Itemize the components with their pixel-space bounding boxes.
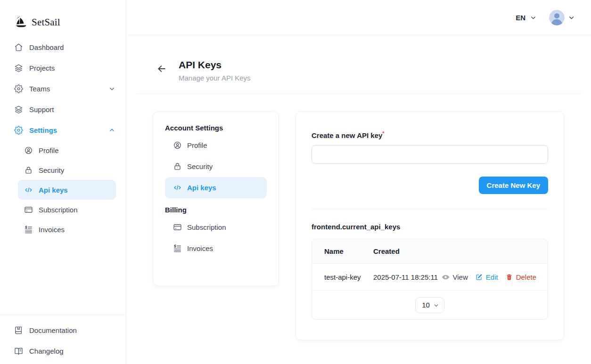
chevron-down-icon — [568, 14, 575, 21]
avatar — [549, 10, 565, 25]
code-icon — [173, 183, 182, 192]
api-key-name-input[interactable] — [312, 145, 548, 164]
panel-item-label: Profile — [187, 141, 207, 149]
view-action[interactable]: View — [442, 273, 468, 281]
sidebar-item-label: Teams — [29, 85, 50, 93]
sidebar-item-label: Changelog — [29, 347, 64, 355]
table-row: test-api-key 2025-07-11 18:25:11 View — [312, 264, 548, 291]
book-open-icon — [14, 347, 23, 356]
panel-item-label: Api keys — [187, 184, 216, 192]
sidebar-item-label: Settings — [29, 126, 57, 134]
form-divider — [312, 209, 548, 209]
sidebar-item-label: Documentation — [29, 326, 77, 334]
user-menu[interactable] — [549, 10, 575, 25]
sidebar-item-label: Subscription — [39, 206, 78, 214]
cell-key-created: 2025-07-11 18:25:11 — [373, 273, 442, 281]
edit-pencil-icon — [476, 274, 483, 281]
sidebar-item-profile[interactable]: Profile — [18, 140, 116, 160]
sidebar-item-invoices[interactable]: Invoices — [18, 219, 116, 239]
user-circle-icon — [24, 146, 33, 155]
sidebar-item-label: Invoices — [39, 226, 65, 234]
required-asterisk: * — [382, 130, 384, 136]
language-label: EN — [516, 14, 525, 22]
user-circle-icon — [173, 141, 182, 150]
brand-logo[interactable]: SetSail — [0, 0, 126, 30]
chevron-down-icon — [433, 302, 439, 308]
panel-item-label: Invoices — [187, 244, 213, 252]
cell-key-name: test-api-key — [324, 273, 373, 281]
sidebar-item-changelog[interactable]: Changelog — [0, 340, 126, 361]
sidebar-item-documentation[interactable]: Documentation — [0, 320, 126, 340]
chevron-down-icon — [108, 85, 115, 92]
sidebar-footer-divider — [0, 315, 126, 315]
sidebar-item-label: Security — [39, 166, 64, 174]
sidebar-item-api-keys[interactable]: Api keys — [18, 180, 116, 200]
sailboat-logo-icon — [14, 15, 28, 29]
column-header-created: Created — [373, 247, 536, 255]
main-content: API Keys Manage your API Keys Account Se… — [127, 36, 591, 364]
topbar: EN — [127, 0, 591, 35]
section-heading-billing: Billing — [165, 206, 267, 214]
page-size-select[interactable]: 10 — [415, 297, 444, 313]
sidebar-item-support[interactable]: Support — [0, 99, 126, 120]
table-header-row: Name Created — [312, 239, 548, 264]
api-keys-card: Create a new API key* Create New Key fro… — [296, 111, 564, 340]
sidebar-item-label: Projects — [29, 64, 55, 72]
panel-item-security[interactable]: Security — [165, 156, 267, 177]
section-heading-account-settings: Account Settings — [165, 124, 267, 132]
panel-item-subscription[interactable]: Subscription — [165, 217, 267, 238]
create-key-label: Create a new API key* — [312, 130, 548, 139]
trash-icon — [506, 274, 513, 281]
gear-icon — [14, 84, 23, 93]
lock-icon — [24, 166, 33, 175]
page-title: API Keys — [179, 59, 251, 71]
sidebar-nav: Dashboard Projects Teams Support — [0, 37, 126, 239]
gear-icon — [14, 126, 23, 135]
settings-nav-card: Account Settings Profile Security — [153, 111, 279, 286]
sidebar-item-label: Support — [29, 105, 54, 113]
create-new-key-button[interactable]: Create New Key — [479, 177, 548, 194]
sidebar-item-label: Dashboard — [29, 43, 64, 51]
sidebar-item-label: Profile — [39, 146, 59, 154]
sidebar-item-label: Api keys — [39, 186, 68, 194]
panel-item-label: Security — [187, 162, 213, 170]
api-keys-table: Name Created test-api-key 2025-07-11 18:… — [312, 239, 548, 320]
sidebar-item-projects[interactable]: Projects — [0, 57, 126, 78]
sidebar: SetSail Dashboard Projects Teams — [0, 0, 126, 364]
delete-action[interactable]: Delete — [506, 273, 536, 281]
sidebar-item-dashboard[interactable]: Dashboard — [0, 37, 126, 57]
invoice-icon — [24, 225, 33, 234]
sidebar-item-subscription[interactable]: Subscription — [18, 200, 116, 219]
table-caption: frontend.current_api_keys — [312, 223, 548, 231]
column-header-name: Name — [324, 247, 373, 255]
chevron-down-icon — [530, 14, 537, 21]
chevron-up-icon — [108, 127, 115, 134]
page-header: API Keys Manage your API Keys — [127, 36, 591, 94]
language-selector[interactable]: EN — [516, 14, 537, 22]
panel-item-label: Subscription — [187, 223, 226, 231]
sidebar-item-security[interactable]: Security — [18, 160, 116, 180]
page-subtitle: Manage your API Keys — [179, 74, 251, 82]
edit-action[interactable]: Edit — [476, 273, 498, 281]
page-size-value: 10 — [422, 301, 430, 309]
eye-icon — [442, 273, 450, 281]
brand-name: SetSail — [32, 16, 60, 28]
lock-icon — [173, 162, 182, 171]
invoice-icon — [173, 244, 182, 253]
layers-icon — [14, 64, 23, 73]
panel-item-api-keys[interactable]: Api keys — [165, 177, 267, 198]
sidebar-footer: Documentation Changelog — [0, 315, 126, 361]
credit-card-icon — [173, 223, 182, 232]
panel-item-profile[interactable]: Profile — [165, 135, 267, 156]
code-icon — [24, 186, 33, 194]
layers-icon — [14, 105, 23, 114]
credit-card-icon — [24, 205, 33, 214]
sidebar-item-settings[interactable]: Settings — [0, 120, 126, 140]
panel-item-invoices[interactable]: Invoices — [165, 238, 267, 259]
back-arrow-icon[interactable] — [156, 64, 167, 74]
sidebar-item-teams[interactable]: Teams — [0, 78, 126, 99]
table-footer: 10 — [312, 291, 548, 319]
book-icon — [14, 326, 23, 335]
home-icon — [14, 43, 23, 52]
